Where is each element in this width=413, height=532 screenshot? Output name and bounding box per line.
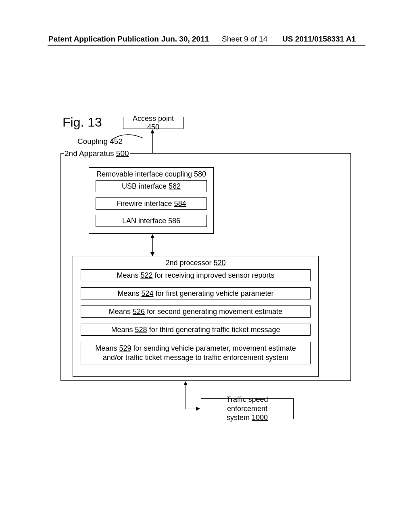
means-524-text: Means 524 for first generating vehicle p… [117, 289, 273, 298]
interface-title-num: 580 [194, 170, 206, 178]
lan-num: 586 [168, 217, 180, 225]
m524-post: for first generating vehicle parameter [153, 289, 273, 297]
arrow-proc-line [152, 237, 153, 254]
m528-post: for third generating traffic ticket mess… [147, 326, 280, 334]
usb-num: 582 [169, 182, 181, 190]
traffic-system-box: Traffic speed enforcement system 1000 [201, 398, 294, 419]
m524-num: 524 [141, 289, 153, 297]
usb-pre: USB interface [122, 182, 169, 190]
m526-num: 526 [133, 308, 145, 316]
means-529-text: Means 529 for sending vehicle parameter,… [85, 344, 306, 363]
m529-num: 529 [119, 344, 131, 352]
m522-num: 522 [140, 271, 152, 279]
header-sheet: Sheet 9 of 14 [222, 35, 267, 44]
processor-title-num: 520 [214, 259, 226, 267]
fw-text: Firewire interface 584 [116, 200, 186, 208]
apparatus-label: 2nd Apparatus 500 [64, 149, 130, 158]
firewire-interface-box: Firewire interface 584 [96, 197, 207, 210]
patent-page: Patent Application Publication Jun. 30, … [0, 0, 413, 532]
lan-text: LAN interface 586 [122, 217, 180, 225]
header-rule [48, 45, 365, 46]
apparatus-num: 500 [116, 149, 129, 158]
arrow-ts-right-head [196, 407, 200, 411]
header-docnum: US 2011/0158331 A1 [282, 35, 356, 44]
header-publication: Patent Application Publication [48, 35, 159, 44]
lan-pre: LAN interface [122, 217, 168, 225]
interface-title: Removable interface coupling 580 [96, 170, 206, 179]
apparatus-label-text: 2nd Apparatus [65, 149, 116, 158]
processor-title: 2nd processor 520 [165, 259, 225, 267]
header-date: Jun. 30, 2011 [161, 35, 209, 44]
traffic-system-line1: Traffic speed enforcement [205, 395, 289, 413]
means-529-box: Means 529 for sending vehicle parameter,… [81, 342, 311, 364]
usb-interface-box: USB interface 582 [96, 180, 207, 192]
arrow-ts-h [186, 409, 197, 409]
coupling-curve [109, 130, 145, 142]
access-point-box: Access point 450 [123, 117, 184, 129]
m526-post: for second generating movement estimate [145, 308, 282, 316]
m528-pre: Means [111, 326, 135, 334]
processor-title-pre: 2nd processor [165, 259, 213, 267]
access-point-text: Access point 450 [127, 114, 179, 131]
ts-line2-pre: system [227, 414, 252, 422]
m529-post: for sending vehicle parameter, movement … [103, 344, 296, 362]
interface-title-pre: Removable interface coupling [96, 170, 194, 178]
ts-line2-num: 1000 [252, 414, 268, 422]
means-526-box: Means 526 for second generating movement… [81, 305, 311, 318]
means-528-box: Means 528 for third generating traffic t… [81, 324, 311, 336]
m522-post: for receiving improved sensor reports [152, 271, 274, 279]
figure-label: Fig. 13 [63, 115, 102, 130]
means-528-text: Means 528 for third generating traffic t… [111, 326, 280, 334]
usb-text: USB interface 582 [122, 182, 181, 191]
means-522-box: Means 522 for receiving improved sensor … [81, 269, 311, 281]
m528-num: 528 [135, 326, 147, 334]
arrow-ts-v [186, 384, 186, 409]
fw-num: 584 [174, 200, 186, 208]
m524-pre: Means [117, 289, 141, 297]
means-524-box: Means 524 for first generating vehicle p… [81, 287, 311, 299]
means-522-text: Means 522 for receiving improved sensor … [117, 271, 274, 280]
traffic-system-line2: system 1000 [227, 413, 268, 422]
fw-pre: Firewire interface [116, 200, 174, 208]
means-526-text: Means 526 for second generating movement… [109, 308, 282, 316]
m529-pre: Means [95, 344, 119, 352]
lan-interface-box: LAN interface 586 [96, 215, 207, 227]
m526-pre: Means [109, 308, 133, 316]
m522-pre: Means [117, 271, 140, 279]
